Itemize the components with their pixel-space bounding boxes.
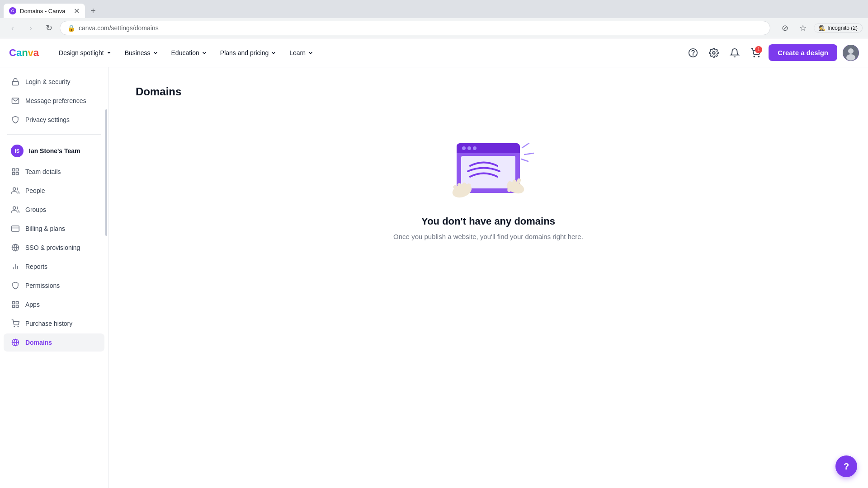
empty-state: You don't have any domains Once you publ…	[136, 116, 841, 258]
sidebar-item-groups[interactable]: Groups	[4, 201, 104, 219]
sidebar-item-domains-label: Domains	[25, 339, 52, 346]
bell-icon	[730, 48, 740, 58]
nav-actions: 1 Create a design	[685, 44, 859, 61]
create-design-btn[interactable]: Create a design	[769, 44, 837, 61]
sidebar-item-sso-label: SSO & provisioning	[25, 244, 80, 251]
page-title: Domains	[136, 85, 841, 98]
domains-icon	[11, 338, 20, 347]
team-header[interactable]: IS Ian Stone's Team	[4, 140, 104, 162]
svg-point-1	[693, 55, 693, 55]
logo[interactable]: Canva	[9, 47, 39, 59]
sidebar-item-apps-label: Apps	[25, 301, 40, 308]
tab-favicon: C	[9, 7, 16, 14]
sidebar-item-people[interactable]: People	[4, 182, 104, 200]
active-tab[interactable]: C Domains - Canva ✕	[4, 4, 85, 18]
billing-icon	[11, 224, 20, 233]
sidebar-item-team-details[interactable]: Team details	[4, 163, 104, 181]
browser-chrome: C Domains - Canva ✕ + ‹ › ↻ 🔒 canva.com/…	[0, 0, 868, 38]
chevron-down-icon	[270, 50, 277, 56]
sidebar-item-permissions[interactable]: Permissions	[4, 277, 104, 295]
notifications-icon-btn[interactable]	[727, 45, 742, 61]
nav-business[interactable]: Business	[119, 47, 164, 59]
sidebar-item-domains[interactable]: Domains	[4, 333, 104, 352]
main-content: Domains	[108, 67, 868, 488]
back-btn[interactable]: ‹	[5, 21, 20, 35]
gear-icon	[709, 48, 719, 58]
svg-rect-10	[16, 169, 19, 171]
chevron-down-icon	[201, 50, 208, 56]
nav-design-spotlight[interactable]: Design spotlight	[53, 47, 118, 59]
sidebar-item-purchase-history[interactable]: Purchase history	[4, 314, 104, 333]
new-tab-btn[interactable]: +	[87, 6, 99, 16]
svg-rect-12	[16, 173, 19, 175]
sidebar-item-reports-label: Reports	[25, 263, 47, 270]
sidebar-item-billing-plans[interactable]: Billing & plans	[4, 220, 104, 238]
cart-badge: 1	[755, 46, 762, 53]
groups-icon	[11, 205, 20, 214]
sidebar-item-people-label: People	[25, 187, 45, 194]
reload-btn[interactable]: ↻	[42, 21, 56, 35]
svg-rect-8	[12, 81, 19, 85]
sidebar-item-login-security[interactable]: Login & security	[4, 73, 104, 91]
nav-links: Design spotlight Business Education Plan…	[53, 47, 685, 59]
svg-point-26	[14, 326, 15, 327]
sidebar-item-login-security-label: Login & security	[25, 78, 71, 85]
user-avatar[interactable]	[843, 45, 859, 61]
nav-education[interactable]: Education	[166, 47, 213, 59]
svg-line-47	[524, 153, 533, 155]
nav-design-spotlight-label: Design spotlight	[59, 49, 104, 56]
svg-point-4	[759, 56, 760, 57]
nav-learn-label: Learn	[289, 49, 306, 56]
sidebar-item-reports[interactable]: Reports	[4, 258, 104, 276]
nav-plans-pricing[interactable]: Plans and pricing	[215, 47, 282, 59]
help-btn-label: ?	[844, 461, 849, 472]
sidebar-item-sso[interactable]: SSO & provisioning	[4, 239, 104, 257]
sidebar-item-privacy-settings-label: Privacy settings	[25, 116, 70, 123]
sidebar-item-privacy-settings[interactable]: Privacy settings	[4, 111, 104, 129]
nav-plans-label: Plans and pricing	[220, 49, 269, 56]
sidebar-item-team-details-label: Team details	[25, 168, 61, 175]
svg-rect-9	[12, 169, 14, 171]
svg-point-14	[13, 206, 16, 209]
empty-state-desc: Once you publish a website, you'll find …	[393, 233, 583, 240]
sidebar-item-apps[interactable]: Apps	[4, 296, 104, 314]
svg-rect-40	[462, 183, 466, 194]
sidebar-item-message-preferences[interactable]: Message preferences	[4, 92, 104, 110]
sidebar-divider	[7, 134, 101, 135]
nav-education-label: Education	[171, 49, 199, 56]
lock-icon	[11, 77, 20, 86]
logo-text: Canva	[9, 47, 39, 59]
svg-point-35	[473, 146, 476, 150]
apps-icon	[11, 300, 20, 309]
bookmark-btn[interactable]: ☆	[796, 21, 810, 35]
help-btn[interactable]: ?	[835, 455, 857, 477]
cart-icon-btn[interactable]: 1	[748, 45, 763, 61]
sidebar-item-billing-plans-label: Billing & plans	[25, 225, 65, 232]
sidebar-item-message-preferences-label: Message preferences	[25, 97, 86, 104]
address-bar[interactable]: 🔒 canva.com/settings/domains	[60, 21, 770, 35]
svg-rect-22	[12, 301, 14, 304]
team-avatar: IS	[11, 145, 24, 157]
settings-icon-btn[interactable]	[706, 45, 722, 61]
svg-point-3	[754, 56, 755, 57]
question-icon	[688, 48, 698, 58]
incognito-btn[interactable]: 🕵 Incognito (2)	[814, 23, 863, 33]
svg-point-34	[467, 146, 471, 150]
nav-learn[interactable]: Learn	[284, 47, 319, 59]
svg-rect-23	[16, 301, 19, 304]
top-nav: Canva Design spotlight Business Educatio…	[0, 38, 868, 67]
svg-line-48	[521, 159, 528, 161]
tab-close-btn[interactable]: ✕	[74, 7, 80, 15]
svg-rect-11	[12, 173, 14, 175]
team-name: Ian Stone's Team	[29, 147, 80, 155]
chevron-down-icon	[152, 50, 159, 56]
forward-btn[interactable]: ›	[24, 21, 38, 35]
media-btn[interactable]: ⊘	[778, 21, 792, 35]
users-icon	[11, 186, 20, 195]
svg-rect-15	[12, 226, 19, 231]
browser-actions: ⊘ ☆ 🕵 Incognito (2)	[778, 21, 863, 35]
empty-state-title: You don't have any domains	[421, 216, 555, 227]
svg-point-13	[13, 188, 16, 190]
svg-point-33	[462, 146, 466, 150]
help-icon-btn[interactable]	[685, 45, 701, 61]
